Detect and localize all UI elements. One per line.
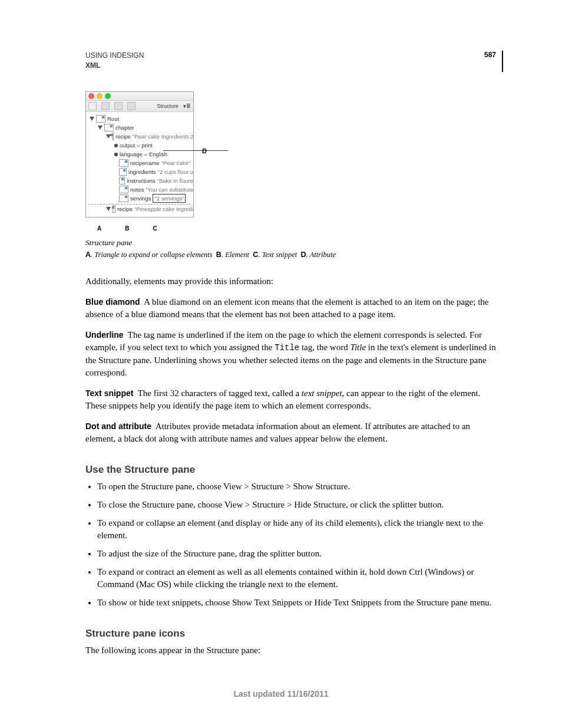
list-item: To adjust the size of the Structure pane… bbox=[97, 548, 498, 560]
element-icon bbox=[96, 115, 105, 123]
servings-element: servings bbox=[130, 195, 151, 202]
term-dot-attribute: Dot and attribute bbox=[85, 421, 151, 431]
recipename-element: recipename bbox=[130, 159, 160, 167]
header-section: XML bbox=[85, 61, 144, 71]
attribute-dot-icon bbox=[114, 153, 118, 156]
element-icon bbox=[104, 124, 114, 131]
list-item: To expand or contract an element as well… bbox=[97, 566, 498, 591]
callout-a: A bbox=[97, 225, 101, 233]
text-snippet: "2 cups flour o bbox=[158, 168, 193, 176]
element-icon bbox=[119, 168, 127, 176]
disclosure-triangle-icon bbox=[106, 207, 111, 211]
callout-d: D bbox=[202, 147, 207, 156]
tool-icon bbox=[101, 102, 110, 110]
element-icon bbox=[119, 186, 128, 193]
term-underline: Underline bbox=[85, 330, 124, 340]
figure-caption: Structure pane bbox=[85, 238, 498, 249]
disclosure-triangle-icon bbox=[90, 117, 94, 121]
legend-a-label: A bbox=[85, 251, 91, 259]
text-snippet: "Pear cake Ingredients 2 bbox=[133, 133, 194, 140]
element-icon bbox=[119, 195, 128, 202]
legend-b-label: B bbox=[216, 251, 222, 259]
panel-menu-icon: ▾≣ bbox=[183, 103, 191, 110]
header-rule bbox=[502, 51, 503, 72]
element-icon bbox=[119, 159, 128, 167]
text-snippet: "Pineapple cake Ingredi bbox=[134, 205, 193, 213]
page-number: 587 bbox=[484, 51, 496, 59]
recipe-element: recipe bbox=[115, 133, 131, 140]
close-icon bbox=[88, 93, 94, 99]
text-snippet: "You can substitute bbox=[146, 186, 193, 193]
attribute-dot-icon bbox=[114, 144, 118, 147]
body-blue-diamond: A blue diamond on an element icon means … bbox=[85, 297, 488, 319]
attribute-language: language = English bbox=[120, 150, 167, 158]
tool-icon bbox=[127, 102, 135, 110]
structure-pane-figure: Structure ▾≣ Root chapter recipe"Pear ca… bbox=[85, 91, 194, 218]
list-item: To open the Structure pane, choose View … bbox=[97, 480, 498, 493]
chapter-element: chapter bbox=[115, 124, 134, 131]
zoom-icon bbox=[105, 93, 111, 99]
recipe-element: recipe bbox=[117, 205, 133, 213]
disclosure-triangle-icon bbox=[98, 126, 103, 130]
italic-title: Title bbox=[350, 342, 366, 352]
tool-icon bbox=[114, 102, 123, 110]
text-snippet: "Pear cake" bbox=[161, 159, 191, 167]
notes-element: notes bbox=[130, 186, 144, 193]
footer-updated: Last updated 11/16/2011 bbox=[0, 689, 562, 699]
page-header: USING INDESIGN XML 587 bbox=[85, 51, 503, 72]
callout-c: C bbox=[153, 225, 157, 233]
header-title: USING INDESIGN bbox=[85, 51, 144, 61]
panel-title: Structure bbox=[157, 103, 178, 110]
def-blue-diamond: Blue diamond A blue diamond on an elemen… bbox=[85, 296, 498, 321]
element-icon bbox=[113, 133, 114, 140]
body-snippet-a: The first 32 characters of tagged text, … bbox=[138, 388, 302, 398]
term-blue-diamond: Blue diamond bbox=[85, 297, 140, 307]
ingredients-element: ingredients bbox=[128, 168, 156, 176]
legend-a-text: Triangle to expand or collapse elements bbox=[94, 251, 212, 259]
legend-c-label: C bbox=[253, 251, 258, 259]
def-dot-attribute: Dot and attribute Attributes provide met… bbox=[85, 420, 498, 445]
legend-b-text: Element bbox=[225, 251, 249, 259]
list-item: To close the Structure pane, choose View… bbox=[97, 499, 498, 511]
root-element: Root bbox=[107, 115, 119, 123]
element-icon bbox=[119, 177, 125, 185]
figure-legend: A. Triangle to expand or collapse elemen… bbox=[85, 250, 498, 261]
attribute-output: output = print bbox=[120, 141, 153, 149]
def-text-snippet: Text snippet The first 32 characters of … bbox=[85, 387, 498, 412]
legend-d-text: Attribute bbox=[310, 251, 336, 259]
term-text-snippet: Text snippet bbox=[85, 388, 133, 398]
list-item: To show or hide text snippets, choose Sh… bbox=[97, 597, 498, 609]
intro-text: Additionally, elements may provide this … bbox=[85, 275, 498, 288]
text-snippet: "2 servings" bbox=[153, 194, 186, 203]
heading-use-structure-pane: Use the Structure pane bbox=[85, 463, 498, 477]
element-icon bbox=[113, 205, 115, 213]
list-item: To expand or collapse an element (and di… bbox=[97, 517, 498, 542]
minimize-icon bbox=[97, 93, 103, 99]
legend-c-text: Text snippet bbox=[262, 251, 297, 259]
body-structure-pane-icons: The following icons appear in the Struct… bbox=[85, 644, 498, 657]
def-underline: Underline The tag name is underlined if … bbox=[85, 329, 498, 379]
tool-icon bbox=[88, 102, 97, 110]
text-snippet: "Bake in floure bbox=[157, 177, 193, 185]
heading-structure-pane-icons: Structure pane icons bbox=[85, 627, 498, 641]
legend-d-label: D bbox=[301, 251, 306, 259]
code-title: Title bbox=[275, 343, 299, 353]
callout-b: B bbox=[125, 225, 129, 233]
body-underline-b: tag, the word bbox=[299, 342, 350, 352]
structure-pane-list: To open the Structure pane, choose View … bbox=[85, 480, 498, 609]
italic-text-snippet: text snippet, bbox=[302, 388, 344, 398]
instructions-element: instructions bbox=[127, 177, 155, 185]
callout-line bbox=[163, 150, 228, 151]
